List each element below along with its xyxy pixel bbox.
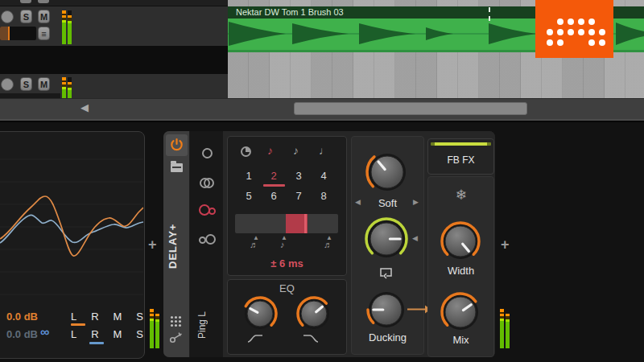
gain-value-right[interactable]: 0.0 dB	[6, 328, 38, 340]
clip-name: Nektar DW Tom 1 Brush 03	[236, 7, 344, 17]
time-number-8[interactable]: 8	[315, 190, 332, 202]
scope-curve-right	[0, 215, 143, 243]
add-device-button-right[interactable]: +	[501, 237, 510, 253]
repeat-icon[interactable]	[378, 265, 394, 279]
time-number-5[interactable]: 5	[240, 190, 258, 202]
mute-button[interactable]: M	[38, 10, 50, 23]
channel-l[interactable]: L	[71, 311, 76, 323]
track-row-partial-top	[0, 0, 228, 6]
scope-waveform-display	[0, 137, 143, 304]
time-number-4[interactable]: 4	[315, 170, 332, 182]
stereo-link-icon[interactable]: ∞	[40, 325, 49, 339]
selected-number-underline	[263, 184, 285, 187]
eq-label: EQ	[227, 282, 347, 294]
channel-l[interactable]: L	[71, 328, 76, 340]
mode-name-label[interactable]: Ping L	[196, 296, 216, 354]
scroll-left-arrow-icon[interactable]: ◀	[80, 101, 89, 113]
ducking-label[interactable]: Ducking	[351, 331, 424, 343]
mode-mono-icon[interactable]	[202, 148, 213, 158]
time-number-7[interactable]: 7	[290, 190, 308, 202]
note-dotted-icon[interactable]: ♪	[293, 144, 299, 157]
track-menu-button[interactable]: ≡	[38, 27, 50, 40]
add-device-button-left[interactable]: +	[148, 237, 157, 253]
mix-knob[interactable]	[440, 291, 481, 333]
freeze-snowflake-icon[interactable]: ❄	[427, 187, 494, 204]
track-level-meter	[62, 77, 72, 98]
device-name-label[interactable]: DELAY+	[167, 195, 186, 296]
feedback-mod-arrow-icon[interactable]: ◀	[412, 234, 418, 242]
fb-fx-chain-slot[interactable]: FB FX	[427, 138, 494, 175]
note-straight-icon[interactable]: ♪	[267, 144, 273, 157]
device-meter-right	[500, 309, 510, 348]
delay-time-panel	[227, 136, 347, 276]
scrollbar-thumb[interactable]	[294, 102, 527, 115]
time-number-6[interactable]: 6	[265, 190, 283, 202]
soft-knob[interactable]	[365, 150, 410, 195]
device-power-button[interactable]	[166, 134, 188, 156]
marker-note-mid-icon: ♪	[280, 240, 285, 249]
ducking-knob[interactable]	[365, 289, 407, 331]
soft-label[interactable]: Soft	[351, 197, 424, 209]
offset-value[interactable]: ± 6 ms	[227, 257, 347, 269]
track-row-1[interactable]: S M ≡	[0, 6, 228, 47]
clip-marker-dashed-line	[489, 7, 490, 21]
device-meter-left	[150, 309, 159, 348]
bitwig-logo-dots	[547, 29, 553, 35]
gain-value-left[interactable]: 0.0 dB	[6, 311, 38, 323]
track-header-column: S M ≡ S M	[0, 0, 228, 98]
eq-lowpass-knob[interactable]	[295, 295, 332, 332]
delay-mode-column: Ping L	[190, 131, 223, 357]
track-row-2[interactable]: S M	[0, 74, 228, 98]
width-knob[interactable]	[440, 220, 481, 262]
time-mode-clock-icon[interactable]	[241, 146, 251, 157]
channel-m[interactable]: M	[114, 328, 122, 340]
highpass-curve-icon	[246, 333, 264, 343]
time-number-2-selected[interactable]: 2	[265, 170, 283, 182]
routing-key-icon[interactable]	[169, 332, 185, 343]
lowpass-curve-icon	[302, 333, 320, 343]
channel-r[interactable]: R	[91, 328, 98, 340]
channel-r-underline	[89, 342, 104, 344]
fb-fx-label: FB FX	[428, 154, 493, 166]
eq-highpass-knob[interactable]	[242, 295, 279, 332]
width-label[interactable]: Width	[427, 265, 494, 277]
track-gap	[0, 46, 228, 74]
time-number-1[interactable]: 1	[240, 170, 258, 182]
marker-note-left-icon: ♬	[250, 240, 258, 249]
channel-s[interactable]: S	[136, 311, 143, 323]
solo-button[interactable]: S	[20, 10, 32, 23]
record-arm-button[interactable]	[1, 10, 14, 23]
mute-button[interactable]: M	[38, 77, 50, 91]
channel-selector-top: L R M S	[71, 311, 143, 323]
feedback-knob[interactable]	[364, 216, 409, 261]
channel-selector-bottom: L R M S	[71, 328, 143, 340]
channel-l-underline	[71, 323, 85, 326]
solo-button[interactable]: S	[20, 77, 32, 91]
delay-offset-slider[interactable]	[235, 214, 338, 233]
device-header-strip[interactable]: DELAY+	[163, 131, 190, 357]
channel-m[interactable]: M	[114, 311, 122, 323]
bitwig-window: Nektar DW Tom 1 Brush 03 S M ≡	[0, 0, 644, 362]
record-arm-button[interactable]	[1, 78, 14, 91]
channel-s[interactable]: S	[136, 328, 143, 340]
track-fader-strip[interactable]	[0, 27, 36, 40]
bitwig-logo	[535, 0, 613, 58]
preset-folder-icon[interactable]	[171, 163, 183, 172]
mix-label[interactable]: Mix	[427, 334, 494, 346]
remote-controls-icon[interactable]	[171, 316, 173, 319]
fb-fx-accent-bar	[431, 142, 491, 146]
time-number-3[interactable]: 3	[290, 170, 308, 182]
channel-r[interactable]: R	[91, 311, 98, 323]
note-quarter-icon[interactable]: ♩	[319, 144, 330, 157]
track-level-meter	[62, 10, 72, 44]
marker-note-right-icon: ♬	[324, 240, 332, 249]
